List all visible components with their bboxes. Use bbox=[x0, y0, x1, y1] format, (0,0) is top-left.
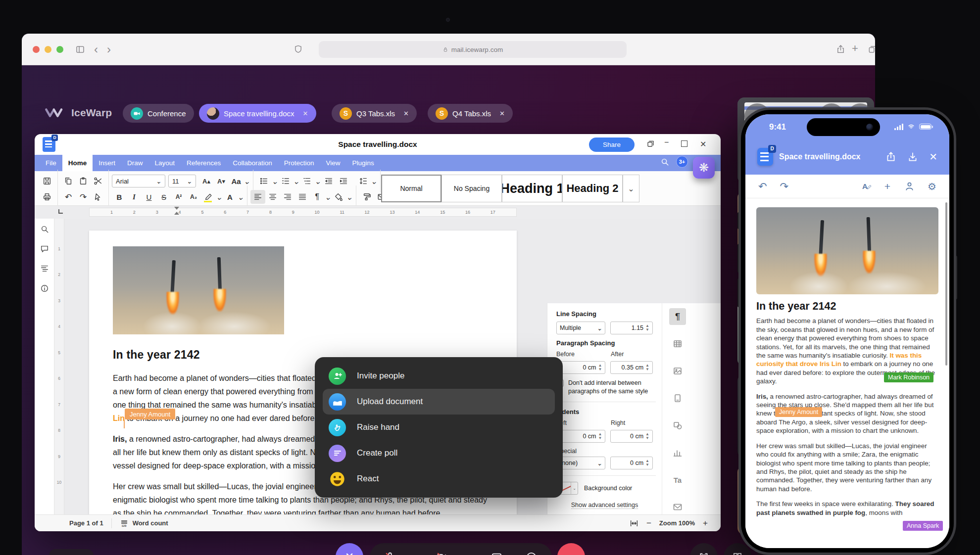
print-icon[interactable] bbox=[40, 190, 54, 204]
tab-space-travelling[interactable]: Space travelling.docx ✕ bbox=[199, 104, 316, 123]
maximize-window-icon[interactable] bbox=[681, 140, 687, 147]
menu-item-raise-hand[interactable]: Raise hand bbox=[323, 415, 555, 440]
end-call-button[interactable] bbox=[557, 543, 585, 555]
italic-icon[interactable]: I bbox=[127, 190, 142, 204]
word-count-label[interactable]: Word count bbox=[133, 519, 168, 527]
line-spacing-amount[interactable]: 1.15▲▼ bbox=[610, 322, 653, 334]
collaborators-badge[interactable]: 3+ bbox=[676, 156, 688, 168]
indent-marker-bottom[interactable] bbox=[174, 212, 179, 215]
line-spacing-icon[interactable] bbox=[356, 174, 371, 188]
copy-icon[interactable] bbox=[61, 174, 76, 188]
interval-checkbox-row[interactable]: Don't add interval between paragraphs of… bbox=[556, 379, 653, 396]
close-menu-button[interactable]: ✕ bbox=[336, 543, 363, 555]
menu-5[interactable]: References bbox=[181, 155, 227, 171]
open-in-window-icon[interactable] bbox=[646, 139, 655, 148]
image-panel-icon[interactable] bbox=[669, 363, 686, 379]
share-button[interactable]: Share bbox=[589, 138, 635, 152]
rocket-landing-photo[interactable] bbox=[113, 246, 284, 334]
special-amount[interactable]: 0 cm▲▼ bbox=[610, 457, 653, 469]
change-case-icon[interactable]: Aa bbox=[229, 174, 244, 188]
sidebar-toggle-icon[interactable] bbox=[75, 45, 85, 54]
paragraph-panel-icon[interactable]: ¶ bbox=[669, 308, 686, 325]
table-panel-icon[interactable] bbox=[669, 335, 686, 352]
menu-2[interactable]: Insert bbox=[93, 155, 121, 171]
format-painter-icon[interactable] bbox=[359, 190, 374, 204]
menu-8[interactable]: View bbox=[320, 155, 346, 171]
share-screen-button[interactable] bbox=[491, 552, 502, 555]
grow-font-icon[interactable]: A▴ bbox=[199, 174, 214, 188]
underline-icon[interactable]: U bbox=[142, 190, 156, 204]
menu-item-react[interactable]: React bbox=[323, 466, 555, 492]
numbered-list-icon[interactable] bbox=[278, 174, 293, 188]
menu-7[interactable]: Protection bbox=[278, 155, 320, 171]
menu-0[interactable]: File bbox=[40, 155, 62, 171]
mail-panel-icon[interactable] bbox=[669, 499, 686, 514]
menu-item-upload-document[interactable]: Upload document bbox=[323, 389, 555, 415]
search-icon[interactable] bbox=[660, 157, 669, 166]
menu-item-create-poll[interactable]: Create poll bbox=[323, 440, 555, 466]
minimize-traffic-light[interactable] bbox=[45, 46, 51, 53]
tab-conference[interactable]: Conference bbox=[123, 104, 194, 123]
about-icon[interactable] bbox=[40, 284, 49, 293]
style-gallery-expand-icon[interactable]: ⌄ bbox=[623, 175, 639, 202]
before-spinner[interactable]: 0 cm▲▼ bbox=[556, 361, 605, 374]
zoom-in-icon[interactable]: + bbox=[703, 518, 708, 528]
share-icon[interactable] bbox=[885, 151, 896, 162]
cut-icon[interactable] bbox=[91, 174, 105, 188]
indent-right-spinner[interactable]: 0 cm▲▼ bbox=[610, 430, 653, 443]
font-size-select[interactable]: 11⌄ bbox=[168, 175, 196, 187]
subscript-icon[interactable]: A₂ bbox=[186, 190, 201, 204]
comments-icon[interactable] bbox=[40, 244, 49, 253]
fit-width-icon[interactable] bbox=[630, 519, 638, 528]
fullscreen-button[interactable] bbox=[690, 543, 718, 555]
url-bar[interactable]: mail.icewarp.com bbox=[319, 41, 627, 58]
shapes-panel-icon[interactable] bbox=[669, 417, 686, 434]
align-center-icon[interactable] bbox=[265, 190, 280, 204]
shrink-font-icon[interactable]: A▾ bbox=[214, 174, 229, 188]
chart-panel-icon[interactable] bbox=[669, 444, 686, 461]
menu-4[interactable]: Layout bbox=[149, 155, 181, 171]
align-right-icon[interactable] bbox=[280, 190, 295, 204]
undo-icon[interactable]: ↶ bbox=[61, 190, 76, 204]
show-advanced-settings-link[interactable]: Show advanced settings bbox=[571, 502, 638, 509]
insert-icon[interactable]: + bbox=[884, 181, 890, 192]
navigation-icon[interactable] bbox=[40, 264, 49, 273]
mute-mic-button[interactable] bbox=[385, 552, 395, 555]
fill-color-icon[interactable] bbox=[331, 190, 346, 204]
find-icon[interactable] bbox=[40, 225, 49, 233]
icewarp-app-icon[interactable]: ❋ bbox=[693, 157, 715, 179]
text-format-icon[interactable]: A bbox=[862, 182, 868, 190]
close-icon[interactable]: ✕ bbox=[929, 151, 937, 163]
camera-button[interactable] bbox=[436, 552, 447, 555]
paste-icon[interactable] bbox=[76, 174, 91, 188]
line-spacing-select[interactable]: Multiple⌄ bbox=[556, 322, 605, 334]
style-normal[interactable]: Normal bbox=[381, 175, 441, 202]
font-color-icon[interactable]: A bbox=[222, 190, 237, 204]
close-traffic-light[interactable] bbox=[33, 46, 40, 53]
style-heading2[interactable]: Heading 2 bbox=[562, 175, 623, 202]
bold-icon[interactable]: B bbox=[112, 190, 127, 204]
tab-overview-icon[interactable] bbox=[868, 45, 875, 54]
more-options-button[interactable] bbox=[526, 552, 537, 555]
style-no-spacing[interactable]: No Spacing bbox=[441, 175, 502, 202]
close-tab-icon[interactable]: ✕ bbox=[499, 110, 505, 117]
maximize-traffic-light[interactable] bbox=[56, 46, 63, 53]
increase-indent-icon[interactable] bbox=[336, 174, 351, 188]
redo-icon[interactable]: ↷ bbox=[780, 181, 789, 192]
collaborators-icon[interactable] bbox=[904, 181, 915, 191]
indent-left-spinner[interactable]: 0 cm▲▼ bbox=[556, 430, 605, 443]
align-left-icon[interactable] bbox=[250, 190, 265, 204]
bullet-list-icon[interactable] bbox=[256, 174, 271, 188]
chat-button[interactable]: Chat ⌄ bbox=[49, 549, 94, 555]
after-spinner[interactable]: 0.35 cm▲▼ bbox=[610, 361, 653, 374]
tab-q4-tabs[interactable]: S Q4 Tabs.xls ✕ bbox=[428, 104, 513, 123]
page-panel-icon[interactable] bbox=[669, 390, 686, 407]
camera-options-icon[interactable]: ⌄ bbox=[461, 553, 467, 555]
multilevel-list-icon[interactable] bbox=[299, 174, 314, 188]
select-icon[interactable] bbox=[91, 190, 105, 204]
forward-icon[interactable]: › bbox=[107, 44, 111, 55]
new-tab-icon[interactable]: + bbox=[852, 43, 858, 54]
special-select[interactable]: (none)⌄ bbox=[556, 457, 605, 469]
decrease-indent-icon[interactable] bbox=[321, 174, 336, 188]
redo-icon[interactable]: ↷ bbox=[76, 190, 91, 204]
